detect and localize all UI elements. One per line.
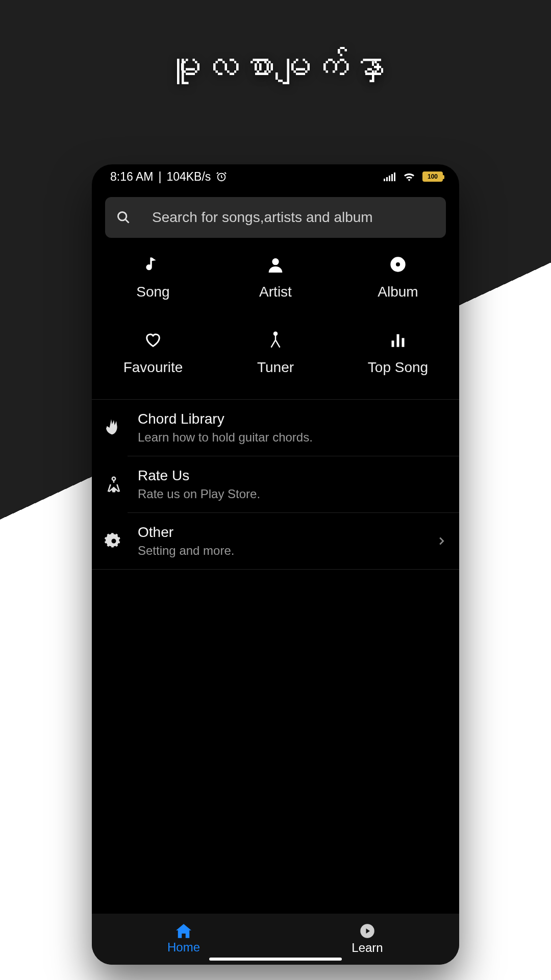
svg-point-10 <box>396 262 400 266</box>
status-bar: 8:16 AM | 104KB/s 100 <box>92 164 459 189</box>
page-title: မူလစာမျက်နှာ <box>0 45 551 89</box>
status-separator: | <box>158 170 161 184</box>
category-label: Album <box>378 284 418 300</box>
menu-item-subtitle: Learn how to hold guitar chords. <box>138 430 447 445</box>
menu-chord-library[interactable]: Chord Library Learn how to hold guitar c… <box>92 400 459 456</box>
svg-rect-1 <box>384 179 385 181</box>
category-label: Top Song <box>368 359 428 376</box>
category-label: Tuner <box>257 359 294 376</box>
bars-icon <box>390 330 406 350</box>
search-bar[interactable] <box>105 197 446 238</box>
nav-learn[interactable]: Learn <box>276 914 459 965</box>
chevron-right-icon <box>436 535 447 547</box>
svg-rect-14 <box>402 338 405 347</box>
category-tuner[interactable]: Tuner <box>214 325 337 381</box>
svg-point-8 <box>272 258 279 265</box>
menu-item-title: Rate Us <box>138 468 447 484</box>
phone-screen: 8:16 AM | 104KB/s 100 <box>92 164 459 965</box>
hand-icon <box>101 415 127 440</box>
menu-other[interactable]: Other Setting and more. <box>92 513 459 569</box>
home-indicator[interactable] <box>209 958 342 961</box>
category-song[interactable]: Song <box>92 249 214 305</box>
svg-point-11 <box>274 332 277 335</box>
category-album[interactable]: Album <box>337 249 459 305</box>
nav-home[interactable]: Home <box>92 914 276 965</box>
nav-label: Learn <box>352 941 383 955</box>
divider <box>92 569 459 570</box>
album-icon <box>390 254 406 275</box>
status-network-speed: 104KB/s <box>166 170 211 184</box>
battery-icon: 100 <box>422 172 443 182</box>
music-note-icon <box>146 254 160 275</box>
category-label: Song <box>136 284 169 300</box>
svg-rect-13 <box>397 334 399 347</box>
svg-rect-4 <box>391 174 393 181</box>
search-icon <box>116 210 131 225</box>
svg-point-6 <box>118 212 127 220</box>
alarm-icon <box>216 171 227 182</box>
menu-item-subtitle: Rate us on Play Store. <box>138 487 447 501</box>
tuner-icon <box>268 330 283 350</box>
bottom-nav: Home Learn <box>92 914 459 965</box>
wifi-icon <box>403 172 415 181</box>
category-label: Favourite <box>123 359 183 376</box>
play-circle-icon <box>360 923 375 939</box>
signal-icon <box>384 172 396 181</box>
svg-point-15 <box>112 477 115 480</box>
nav-label: Home <box>167 940 200 954</box>
category-top-song[interactable]: Top Song <box>337 325 459 381</box>
person-icon <box>267 254 284 275</box>
svg-line-7 <box>126 219 129 223</box>
rate-icon <box>101 472 127 497</box>
svg-rect-12 <box>392 340 394 347</box>
category-favourite[interactable]: Favourite <box>92 325 214 381</box>
menu-item-title: Other <box>138 524 424 541</box>
svg-rect-2 <box>386 177 388 181</box>
menu-list: Chord Library Learn how to hold guitar c… <box>92 400 459 570</box>
home-icon <box>176 924 191 938</box>
category-label: Artist <box>259 284 292 300</box>
svg-rect-5 <box>394 173 395 181</box>
svg-rect-3 <box>389 176 390 181</box>
heart-icon <box>144 330 162 350</box>
menu-item-subtitle: Setting and more. <box>138 544 424 558</box>
gear-icon <box>101 528 127 554</box>
menu-rate-us[interactable]: Rate Us Rate us on Play Store. <box>92 456 459 512</box>
status-time: 8:16 AM <box>110 170 153 184</box>
search-input[interactable] <box>152 209 435 226</box>
menu-item-title: Chord Library <box>138 411 447 427</box>
category-artist[interactable]: Artist <box>214 249 337 305</box>
category-grid: Song Artist Album Favourite Tuner <box>92 249 459 381</box>
